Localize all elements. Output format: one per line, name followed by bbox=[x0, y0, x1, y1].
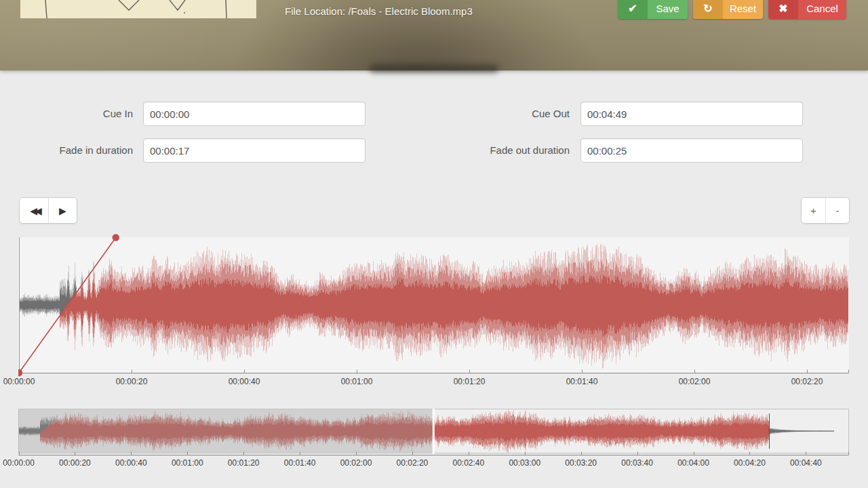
fade-in-duration-input[interactable] bbox=[143, 138, 366, 163]
time-tick-label: 00:00:20 bbox=[116, 377, 148, 386]
time-tick-label: 00:01:40 bbox=[284, 458, 316, 468]
plus-icon: + bbox=[810, 205, 816, 216]
reset-icon: ↻ bbox=[693, 0, 723, 19]
zoom-out-button[interactable]: - bbox=[825, 198, 849, 223]
time-tick-label: 00:03:20 bbox=[565, 458, 597, 468]
time-tick-label: 00:01:00 bbox=[341, 377, 373, 386]
transport-controls: ◀◀ ▶ bbox=[19, 197, 77, 224]
rewind-icon: ◀◀ bbox=[30, 205, 39, 216]
header: File Location: /Foals - Electric Bloom.m… bbox=[0, 0, 868, 70]
time-tick-label: 00:00:00 bbox=[3, 377, 35, 386]
file-location-text: File Location: /Foals - Electric Bloom.m… bbox=[285, 5, 473, 17]
album-art-sketch bbox=[20, 0, 256, 18]
time-tick-label: 00:01:20 bbox=[454, 377, 486, 386]
time-tick-label: 00:02:00 bbox=[679, 377, 711, 386]
cue-out-label: Cue Out bbox=[441, 102, 570, 126]
minus-icon: - bbox=[836, 205, 840, 216]
audio-cue-editor: File Location: /Foals - Electric Bloom.m… bbox=[0, 0, 868, 488]
time-tick-label: 00:00:40 bbox=[229, 377, 260, 386]
time-tick-label: 00:01:40 bbox=[566, 377, 598, 386]
time-tick-label: 00:04:00 bbox=[677, 458, 709, 468]
play-icon: ▶ bbox=[59, 205, 66, 216]
time-tick-label: 00:03:40 bbox=[621, 458, 653, 468]
cancel-button-label: Cancel bbox=[798, 0, 846, 19]
fade-in-start-handle[interactable] bbox=[14, 368, 24, 378]
cancel-button[interactable]: ✖ Cancel bbox=[768, 0, 846, 19]
main-waveform-time-axis: 00:00:0000:00:2000:00:4000:01:0000:01:20… bbox=[0, 377, 868, 388]
overview-waveform-time-axis: 00:00:0000:00:2000:00:4000:01:0000:01:20… bbox=[0, 458, 868, 469]
cue-out-input[interactable] bbox=[580, 102, 803, 126]
reset-button-label: Reset bbox=[723, 0, 763, 19]
fade-in-end-handle[interactable] bbox=[111, 233, 120, 243]
time-tick-label: 00:02:00 bbox=[340, 458, 372, 468]
header-backdrop-shadow bbox=[370, 64, 498, 73]
cue-in-label: Cue In bbox=[4, 102, 133, 126]
time-tick-label: 00:03:00 bbox=[509, 458, 540, 468]
cue-in-input[interactable] bbox=[143, 102, 366, 126]
time-tick-label: 00:02:40 bbox=[453, 458, 485, 468]
check-icon: ✔ bbox=[618, 0, 648, 19]
time-tick-label: 00:02:20 bbox=[791, 377, 823, 386]
fade-out-duration-input[interactable] bbox=[580, 138, 803, 163]
save-button[interactable]: ✔ Save bbox=[618, 0, 688, 19]
zoom-in-button[interactable]: + bbox=[802, 198, 825, 223]
play-button[interactable]: ▶ bbox=[48, 198, 77, 223]
zoom-controls: + - bbox=[801, 197, 850, 224]
reset-button[interactable]: ↻ Reset bbox=[693, 0, 763, 19]
time-tick-label: 00:01:20 bbox=[228, 458, 260, 468]
time-tick-label: 00:04:20 bbox=[734, 458, 766, 468]
main-waveform-canvas[interactable] bbox=[18, 233, 849, 377]
time-tick-label: 00:00:00 bbox=[3, 458, 35, 468]
fade-in-duration-label: Fade in duration bbox=[4, 138, 133, 163]
overview-waveform-canvas[interactable] bbox=[18, 407, 849, 458]
time-tick-label: 00:00:40 bbox=[115, 458, 147, 468]
time-tick-label: 00:04:40 bbox=[790, 458, 822, 468]
fade-out-duration-label: Fade out duration bbox=[441, 138, 570, 163]
album-art-thumbnail bbox=[20, 0, 256, 18]
time-tick-label: 00:00:20 bbox=[59, 458, 91, 468]
x-icon: ✖ bbox=[768, 0, 798, 19]
rewind-button[interactable]: ◀◀ bbox=[20, 198, 48, 223]
time-tick-label: 00:02:20 bbox=[397, 458, 429, 468]
time-tick-label: 00:01:00 bbox=[172, 458, 203, 468]
save-button-label: Save bbox=[648, 0, 688, 19]
